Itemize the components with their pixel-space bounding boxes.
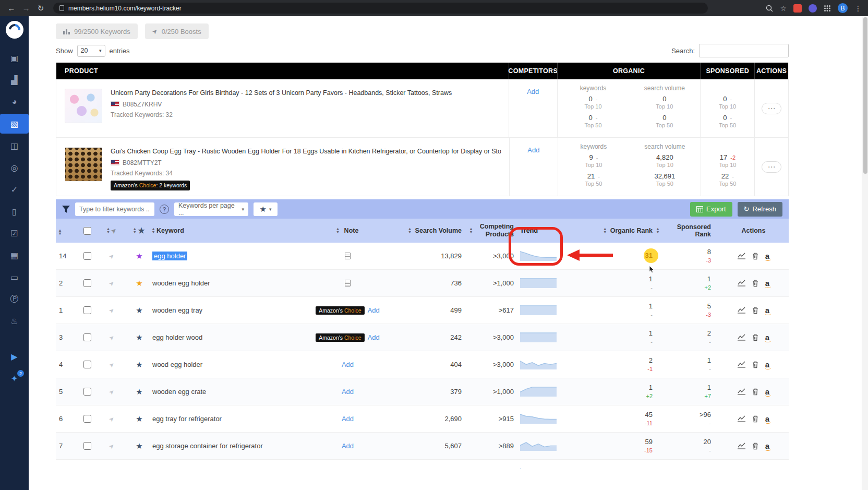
apps-grid-icon[interactable] bbox=[824, 5, 831, 12]
check-circle-tool-icon[interactable]: ✓ bbox=[0, 180, 29, 199]
help-icon[interactable]: ? bbox=[160, 205, 169, 214]
star-icon[interactable]: ★ bbox=[136, 360, 142, 369]
keyword-filter-input[interactable] bbox=[75, 202, 154, 216]
row-checkbox[interactable] bbox=[83, 415, 91, 423]
split-card-tool-icon[interactable]: ◫ bbox=[0, 136, 29, 156]
p-circle-tool-icon[interactable]: Ⓟ bbox=[0, 289, 29, 309]
filter-funnel-icon[interactable] bbox=[62, 206, 70, 213]
browser-menu-icon[interactable]: ⋮ bbox=[854, 4, 862, 13]
disc-tool-icon[interactable]: ◕ bbox=[0, 92, 29, 112]
boost-rocket-icon[interactable]: ➤ bbox=[107, 387, 116, 396]
entries-select[interactable]: 20 bbox=[77, 45, 105, 57]
extension-icon[interactable] bbox=[809, 4, 817, 13]
star-icon[interactable]: ★ bbox=[136, 252, 142, 261]
star-icon[interactable]: ★ bbox=[136, 414, 142, 424]
header-note[interactable]: Note bbox=[318, 227, 378, 234]
keyword-text[interactable]: egg holder bbox=[152, 252, 187, 260]
keyword-text[interactable]: wood egg holder bbox=[152, 361, 202, 368]
header-organic-rank[interactable]: Organic Rank bbox=[573, 227, 657, 234]
delete-keyword-button[interactable] bbox=[752, 415, 758, 423]
boost-rocket-icon[interactable]: ➤ bbox=[107, 279, 116, 288]
amazon-link-button[interactable]: a bbox=[765, 415, 769, 423]
rank-history-button[interactable] bbox=[738, 388, 745, 395]
checklist-tool-icon[interactable]: ☑ bbox=[0, 223, 29, 243]
play-circle-icon[interactable]: ▶ bbox=[0, 346, 29, 366]
grid-tool-icon[interactable]: ▦ bbox=[0, 245, 29, 265]
star-icon[interactable]: ★ bbox=[136, 333, 142, 342]
boost-rocket-icon[interactable]: ➤ bbox=[107, 441, 116, 450]
rank-history-button[interactable] bbox=[738, 361, 745, 368]
delete-keyword-button[interactable] bbox=[752, 388, 758, 396]
header-sponsored-rank[interactable]: Sponsored Rank bbox=[657, 223, 718, 238]
amazon-link-button[interactable]: a bbox=[765, 442, 769, 450]
amazon-link-button[interactable]: a bbox=[765, 306, 769, 314]
product-actions-menu-button[interactable]: ⋯ bbox=[762, 103, 781, 114]
reload-button[interactable]: ↻ bbox=[35, 0, 46, 16]
amazon-link-button[interactable]: a bbox=[765, 279, 769, 287]
header-rank-order[interactable] bbox=[56, 226, 77, 235]
product-title[interactable]: Gui's Chicken Coop Egg Tray - Rustic Woo… bbox=[111, 147, 501, 157]
scrollbar-thumb[interactable] bbox=[863, 17, 867, 174]
keywords-per-page-select[interactable]: Keywords per page ... bbox=[174, 202, 248, 216]
note-icon[interactable] bbox=[345, 280, 351, 286]
delete-keyword-button[interactable] bbox=[752, 361, 758, 368]
add-note-link[interactable]: Add bbox=[342, 361, 354, 368]
keyword-text[interactable]: wooden egg tray bbox=[152, 306, 202, 314]
delete-keyword-button[interactable] bbox=[752, 307, 758, 314]
delete-keyword-button[interactable] bbox=[752, 253, 758, 260]
header-keyword[interactable]: Keyword bbox=[152, 227, 318, 234]
helium10-logo[interactable] bbox=[6, 21, 23, 39]
row-checkbox[interactable] bbox=[83, 279, 91, 287]
note-icon[interactable] bbox=[345, 253, 351, 259]
delete-keyword-button[interactable] bbox=[752, 334, 758, 341]
star-icon[interactable]: ★ bbox=[136, 441, 142, 451]
search-input[interactable] bbox=[699, 44, 789, 57]
helium10-extension-icon[interactable] bbox=[793, 4, 802, 13]
amazon-link-button[interactable]: a bbox=[765, 361, 769, 368]
refresh-button[interactable]: ↻ Refresh bbox=[738, 202, 782, 217]
add-note-link[interactable]: Add bbox=[342, 415, 354, 423]
bookmark-star-icon[interactable]: ☆ bbox=[780, 4, 787, 13]
zoom-icon[interactable] bbox=[766, 5, 773, 12]
rank-history-button[interactable] bbox=[738, 415, 745, 422]
amazon-link-button[interactable]: a bbox=[765, 252, 769, 260]
product-actions-menu-button[interactable]: ⋯ bbox=[762, 161, 781, 173]
row-checkbox[interactable] bbox=[83, 442, 91, 450]
delete-keyword-button[interactable] bbox=[752, 280, 758, 287]
chart-tool-icon[interactable]: ▟ bbox=[0, 70, 29, 90]
header-starred[interactable]: ★ bbox=[126, 226, 152, 235]
header-competing-products[interactable]: Competing Products bbox=[464, 223, 516, 238]
keyword-tracker-icon[interactable]: ▧ bbox=[0, 114, 29, 134]
select-all-checkbox[interactable] bbox=[83, 227, 91, 235]
keyword-text[interactable]: wooden egg holder bbox=[152, 279, 210, 287]
row-checkbox[interactable] bbox=[83, 388, 91, 396]
add-note-link[interactable]: Add bbox=[342, 388, 354, 396]
star-icon[interactable]: ★ bbox=[136, 469, 142, 469]
amazon-link-button[interactable]: a bbox=[765, 388, 769, 396]
row-checkbox[interactable] bbox=[83, 333, 91, 341]
rank-history-button[interactable] bbox=[738, 307, 745, 314]
keyword-text[interactable]: egg tray for refrigerator bbox=[152, 415, 222, 423]
target-tool-icon[interactable]: ◎ bbox=[0, 158, 29, 177]
amazon-link-button[interactable]: a bbox=[765, 333, 769, 341]
boost-rocket-icon[interactable]: ➤ bbox=[107, 252, 116, 260]
back-button[interactable]: ← bbox=[6, 0, 17, 16]
export-button[interactable]: Export bbox=[690, 202, 732, 217]
product-title[interactable]: Unicorn Party Decorations For Girls Birt… bbox=[111, 89, 452, 98]
box-tool-icon[interactable]: ▣ bbox=[0, 48, 29, 68]
star-icon[interactable]: ★ bbox=[136, 306, 142, 315]
pin-icon[interactable]: ✦2 bbox=[0, 368, 29, 388]
row-checkbox[interactable] bbox=[83, 361, 91, 368]
delete-keyword-button[interactable] bbox=[752, 443, 758, 450]
forward-button[interactable]: → bbox=[21, 0, 31, 16]
row-checkbox[interactable] bbox=[83, 306, 91, 314]
add-competitor-link[interactable]: Add bbox=[527, 146, 539, 196]
rank-history-button[interactable] bbox=[738, 253, 745, 259]
page-scrollbar[interactable] bbox=[862, 16, 868, 490]
boost-rocket-icon[interactable]: ➤ bbox=[107, 360, 116, 369]
header-search-volume[interactable]: Search Volume bbox=[378, 227, 464, 234]
keyword-text[interactable]: wooden egg crate bbox=[152, 388, 206, 396]
star-icon[interactable]: ★ bbox=[136, 279, 142, 288]
boost-rocket-icon[interactable]: ➤ bbox=[107, 306, 116, 315]
profile-avatar[interactable]: B bbox=[838, 3, 848, 13]
